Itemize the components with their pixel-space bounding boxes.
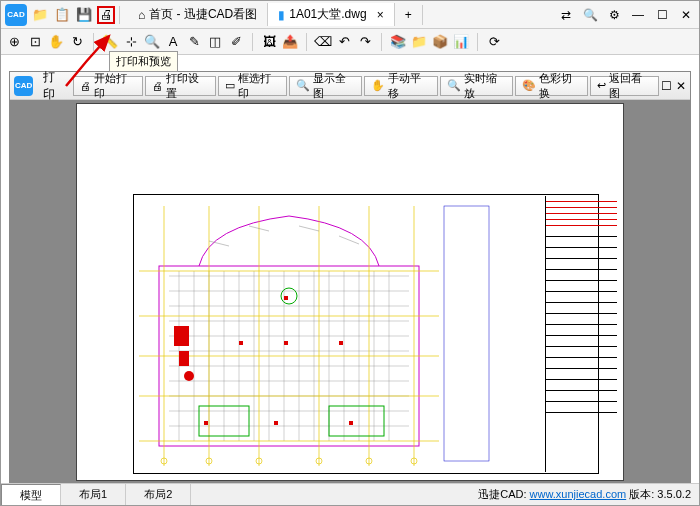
zoom-icon: 🔍 xyxy=(296,79,310,92)
svg-rect-54 xyxy=(349,421,353,425)
maximize-icon[interactable]: ☐ xyxy=(653,6,671,24)
file-icon: ▮ xyxy=(278,8,285,22)
status-bar: 迅捷CAD: www.xunjiecad.com 版本: 3.5.0.2 xyxy=(478,487,699,502)
export-icon[interactable]: 📤 xyxy=(281,33,299,51)
folder-icon[interactable]: 📁 xyxy=(410,33,428,51)
start-print-button[interactable]: 🖨开始打印 xyxy=(73,76,143,96)
close-tab-icon[interactable]: × xyxy=(377,8,384,22)
back-icon: ↩ xyxy=(597,79,606,92)
zoom-window-icon[interactable]: ⊡ xyxy=(26,33,44,51)
orbit-icon[interactable]: ↻ xyxy=(68,33,86,51)
recent-icon[interactable]: 📋 xyxy=(53,6,71,24)
panel-logo: CAD xyxy=(14,76,33,96)
edit-icon[interactable]: ✐ xyxy=(227,33,245,51)
delete-icon[interactable]: ⌫ xyxy=(314,33,332,51)
app-logo: CAD xyxy=(5,4,27,26)
panel-maximize-icon[interactable]: ☐ xyxy=(661,79,672,93)
website-link[interactable]: www.xunjiecad.com xyxy=(530,488,627,500)
svg-rect-46 xyxy=(179,351,189,366)
print-panel: CAD 打印 🖨开始打印 🖨打印设置 ▭框选打印 🔍显示全图 ✋手动平移 🔍实时… xyxy=(9,71,691,485)
measure-icon[interactable]: 📏 xyxy=(101,33,119,51)
tab-layout1[interactable]: 布局1 xyxy=(61,484,126,505)
frame-icon: ▭ xyxy=(225,79,235,92)
coords-icon[interactable]: ⊹ xyxy=(122,33,140,51)
tab-add[interactable]: + xyxy=(395,5,423,25)
svg-rect-58 xyxy=(444,206,489,461)
svg-rect-53 xyxy=(274,421,278,425)
print-preview-canvas[interactable] xyxy=(10,100,690,484)
pan-icon[interactable]: ✋ xyxy=(47,33,65,51)
home-icon: ⌂ xyxy=(138,8,145,22)
floorplan-drawing xyxy=(139,196,519,472)
tab-layout2[interactable]: 布局2 xyxy=(126,484,191,505)
hand-icon: ✋ xyxy=(371,79,385,92)
text-icon[interactable]: A xyxy=(164,33,182,51)
undo-icon[interactable]: ↶ xyxy=(335,33,353,51)
find-icon[interactable]: 🔍 xyxy=(143,33,161,51)
svg-rect-49 xyxy=(284,341,288,345)
zoom-fit-icon[interactable]: ⊕ xyxy=(5,33,23,51)
printer-icon: 🖨 xyxy=(80,80,91,92)
zoom-icon: 🔍 xyxy=(447,79,461,92)
image-icon[interactable]: 🖼 xyxy=(260,33,278,51)
erase-icon[interactable]: ◫ xyxy=(206,33,224,51)
pencil-icon[interactable]: ✎ xyxy=(185,33,203,51)
svg-point-57 xyxy=(281,288,297,304)
printer-icon: 🖨 xyxy=(152,80,163,92)
svg-rect-50 xyxy=(239,341,243,345)
redo-icon[interactable]: ↷ xyxy=(356,33,374,51)
print-icon[interactable]: 🖨 xyxy=(97,6,115,24)
svg-rect-51 xyxy=(339,341,343,345)
color-button[interactable]: 🎨色彩切换 xyxy=(515,76,588,96)
svg-rect-45 xyxy=(174,326,189,346)
tab-model[interactable]: 模型 xyxy=(1,484,61,506)
svg-rect-52 xyxy=(204,421,208,425)
color-icon: 🎨 xyxy=(522,79,536,92)
svg-point-47 xyxy=(184,371,194,381)
tab-home[interactable]: ⌂ 首页 - 迅捷CAD看图 xyxy=(128,3,268,26)
panel-close-icon[interactable]: ✕ xyxy=(676,79,686,93)
zoom-button[interactable]: 🔍实时缩放 xyxy=(440,76,513,96)
convert-icon[interactable]: ⇄ xyxy=(557,6,575,24)
minimize-icon[interactable]: — xyxy=(629,6,647,24)
tooltip: 打印和预览 xyxy=(109,51,178,72)
stats-icon[interactable]: 📊 xyxy=(452,33,470,51)
search-icon[interactable]: 🔍 xyxy=(581,6,599,24)
box-icon[interactable]: 📦 xyxy=(431,33,449,51)
title-block xyxy=(545,196,617,472)
svg-rect-56 xyxy=(329,406,384,436)
panel-title: 打印 xyxy=(43,69,66,103)
pan-button[interactable]: ✋手动平移 xyxy=(364,76,437,96)
frame-print-button[interactable]: ▭框选打印 xyxy=(218,76,287,96)
show-all-button[interactable]: 🔍显示全图 xyxy=(289,76,362,96)
paper xyxy=(76,103,624,481)
layers-icon[interactable]: 📚 xyxy=(389,33,407,51)
tab-home-label: 首页 - 迅捷CAD看图 xyxy=(149,6,257,23)
print-setup-button[interactable]: 🖨打印设置 xyxy=(145,76,215,96)
open-icon[interactable]: 📁 xyxy=(31,6,49,24)
refresh-icon[interactable]: ⟳ xyxy=(485,33,503,51)
close-icon[interactable]: ✕ xyxy=(677,6,695,24)
save-icon[interactable]: 💾 xyxy=(75,6,93,24)
svg-rect-48 xyxy=(284,296,288,300)
return-button[interactable]: ↩返回看图 xyxy=(590,76,658,96)
gear-icon[interactable]: ⚙ xyxy=(605,6,623,24)
tab-file-label: 1A01大堂.dwg xyxy=(289,6,366,23)
tab-file[interactable]: ▮ 1A01大堂.dwg × xyxy=(268,3,394,26)
